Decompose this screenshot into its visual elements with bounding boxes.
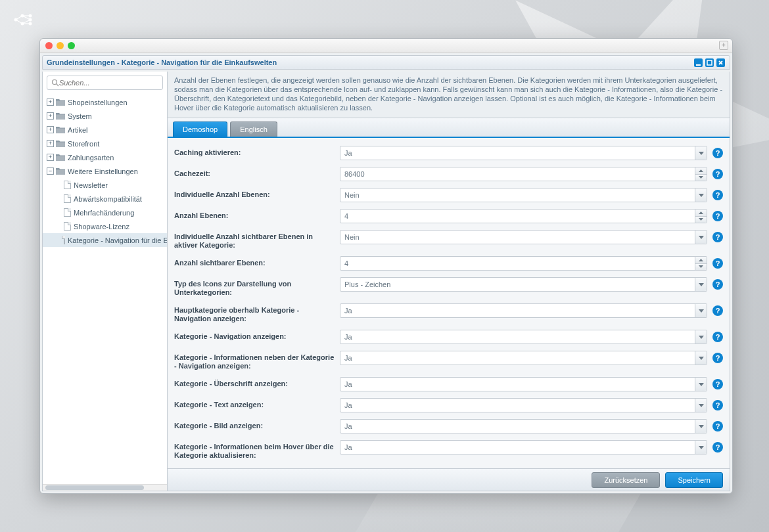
spinner-up-icon[interactable] [695,257,707,264]
field-input[interactable] [340,209,707,223]
expander-icon[interactable]: + [47,140,54,147]
help-icon[interactable]: ? [712,258,723,269]
expander-icon[interactable]: + [47,112,54,120]
panel-minimize-icon[interactable] [693,58,703,68]
tree-node-artikel[interactable]: +Artikel [43,123,167,137]
dropdown-trigger-icon[interactable] [695,351,707,365]
app-logo-icon [13,13,34,26]
dropdown-trigger-icon[interactable] [695,188,707,202]
settings-window: + Grundeinstellungen - Kategorie - Navig… [39,38,733,494]
help-icon[interactable]: ? [712,211,723,221]
tree-node-system[interactable]: +System [43,109,167,123]
field-input[interactable] [340,230,707,244]
tree-child-shopware-lizenz[interactable]: Shopware-Lizenz [43,219,167,233]
svg-point-17 [53,80,57,85]
help-icon[interactable]: ? [712,442,723,453]
dropdown-trigger-icon[interactable] [695,399,707,412]
tree-child-abw-rtskompatibilit-t[interactable]: Abwärtskompatibilität [43,192,167,206]
add-tab-button[interactable]: + [719,41,728,50]
form-area: Caching aktivieren:?Cachezeit:?Individue… [168,138,730,468]
tree-label: Abwärtskompatibilität [74,195,142,203]
help-icon[interactable]: ? [712,279,723,290]
minimize-window-icon[interactable] [57,42,64,49]
tree-label: Artikel [68,126,88,134]
field-label: Kategorie - Überschrift anzeigen: [174,377,340,388]
tab-bar: DemoshopEnglisch [168,118,730,138]
expander-icon[interactable]: + [47,126,54,133]
help-icon[interactable]: ? [712,421,723,432]
field-input[interactable] [340,303,707,318]
search-input[interactable] [59,79,158,87]
form-row: Cachezeit:? [174,167,723,181]
expander-icon[interactable]: + [47,99,54,106]
help-icon[interactable]: ? [712,190,723,200]
help-icon[interactable]: ? [712,169,723,179]
field-label: Kategorie - Navigation anzeigen: [174,330,340,341]
field-input[interactable] [340,188,707,202]
search-icon [51,79,59,87]
horizontal-scrollbar[interactable] [43,484,167,491]
dropdown-trigger-icon[interactable] [695,330,707,344]
expander-icon[interactable]: + [47,154,54,161]
form-row: Typ des Icons zur Darstellung von Unterk… [174,277,723,297]
tree-label: Shopeinstellungen [68,99,128,106]
help-icon[interactable]: ? [712,232,723,242]
tree-child-newsletter[interactable]: Newsletter [43,178,167,192]
field-label: Kategorie - Text anzeigen: [174,398,340,409]
field-input[interactable] [340,398,707,412]
spinner-up-icon[interactable] [695,167,707,175]
tree-node-zahlungsarten[interactable]: +Zahlungsarten [43,150,167,164]
dropdown-trigger-icon[interactable] [695,146,707,160]
help-icon[interactable]: ? [712,332,723,342]
dropdown-trigger-icon[interactable] [695,304,707,317]
tree-label: Weitere Einstellungen [68,167,138,175]
tree-label: Shopware-Lizenz [74,223,129,231]
field-input[interactable] [340,256,707,271]
dropdown-trigger-icon[interactable] [695,378,707,391]
close-window-icon[interactable] [45,42,53,49]
help-icon[interactable]: ? [712,305,723,316]
tree-label: Storefront [68,140,99,148]
field-input[interactable] [340,419,707,433]
file-icon [64,208,71,217]
field-label: Anzahl Ebenen: [174,209,340,220]
reset-button[interactable]: Zurücksetzen [592,472,660,488]
field-input[interactable] [340,377,707,391]
file-icon [64,222,71,231]
spinner-down-icon[interactable] [695,264,707,271]
expander-icon[interactable]: − [47,167,54,175]
help-icon[interactable]: ? [712,353,723,363]
field-input[interactable] [340,440,707,454]
tree-child-mehrfach-nderung[interactable]: Mehrfachänderung [43,206,167,219]
panel-header: Grundeinstellungen - Kategorie - Navigat… [42,55,730,70]
tree-node-shopeinstellungen[interactable]: +Shopeinstellungen [43,95,167,109]
field-input[interactable] [340,277,707,292]
field-input[interactable] [340,146,707,160]
field-input[interactable] [340,330,707,344]
file-icon [64,194,71,203]
tab-demoshop[interactable]: Demoshop [173,122,227,137]
save-button[interactable]: Speichern [665,472,723,488]
dropdown-trigger-icon[interactable] [695,278,707,291]
panel-close-icon[interactable] [716,58,726,68]
tree-child-kategorie-navigation-f-r-die-e[interactable]: Kategorie - Navigation für die E [43,233,167,247]
dropdown-trigger-icon[interactable] [695,441,707,454]
help-icon[interactable]: ? [712,379,723,389]
tree-node-storefront[interactable]: +Storefront [43,137,167,150]
tree-node-weitere-einstellungen[interactable]: −Weitere Einstellungen [43,164,167,178]
spinner-down-icon[interactable] [695,175,707,181]
field-input[interactable] [340,351,707,365]
os-titlebar[interactable]: + [40,39,732,53]
panel-maximize-icon[interactable] [705,58,714,68]
dropdown-trigger-icon[interactable] [695,231,707,244]
dropdown-trigger-icon[interactable] [695,420,707,433]
spinner-up-icon[interactable] [695,210,707,217]
help-icon[interactable]: ? [712,400,723,410]
panel-title: Grundeinstellungen - Kategorie - Navigat… [47,58,277,66]
search-box[interactable] [47,76,163,90]
maximize-window-icon[interactable] [68,42,75,49]
tab-englisch[interactable]: Englisch [230,122,277,137]
spinner-down-icon[interactable] [695,217,707,223]
help-icon[interactable]: ? [712,148,723,158]
field-input[interactable] [340,167,707,181]
